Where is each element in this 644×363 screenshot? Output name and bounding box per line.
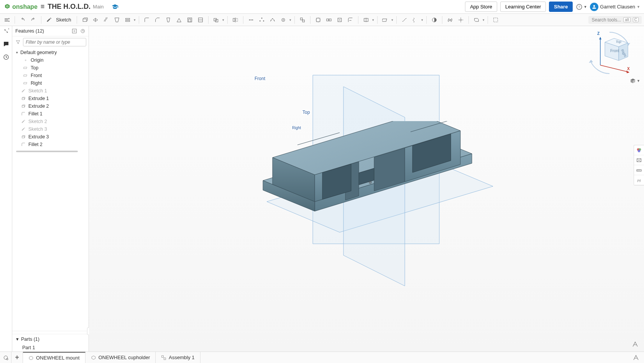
- education-icon[interactable]: [112, 3, 118, 10]
- extrude-icon[interactable]: [80, 15, 89, 25]
- revolve-icon[interactable]: [91, 15, 100, 25]
- history-icon[interactable]: [3, 54, 10, 61]
- tree-feature-5[interactable]: Sketch 3: [12, 125, 89, 133]
- shell-icon[interactable]: [185, 15, 194, 25]
- svg-rect-59: [22, 98, 25, 100]
- document-title[interactable]: THE H.O.L.D.: [48, 3, 90, 11]
- svg-rect-4: [83, 19, 86, 21]
- search-tools[interactable]: Search tools... alt C: [588, 16, 642, 24]
- draft-icon[interactable]: [164, 15, 173, 25]
- filter-icon[interactable]: [15, 39, 21, 45]
- svg-rect-56: [23, 67, 27, 69]
- tab-manager-icon[interactable]: [0, 352, 12, 363]
- selection-icon[interactable]: [491, 15, 500, 25]
- plane-icon[interactable]: [381, 15, 390, 25]
- rollback-icon[interactable]: [80, 28, 85, 34]
- tree-part-1[interactable]: Part 1: [12, 344, 89, 352]
- rib-icon[interactable]: [174, 15, 184, 25]
- tree-top-plane[interactable]: Top: [12, 64, 89, 72]
- learning-center-button[interactable]: Learning Center: [500, 2, 546, 12]
- mass-props-icon[interactable]: [634, 155, 644, 165]
- help-button[interactable]: ? ▼: [576, 3, 587, 10]
- view-cube[interactable]: Front Top Right Z X: [586, 30, 632, 76]
- add-feature-icon[interactable]: +: [3, 28, 10, 34]
- svg-rect-7: [125, 20, 130, 21]
- onshape-logo[interactable]: onshape: [4, 3, 38, 10]
- svg-rect-31: [327, 19, 329, 21]
- linear-pattern-icon[interactable]: [246, 15, 256, 25]
- filter-input[interactable]: [23, 38, 86, 46]
- tree-right-plane[interactable]: Right: [12, 79, 89, 87]
- view-mode-button[interactable]: ▼: [630, 78, 640, 84]
- redo-icon[interactable]: [29, 15, 38, 25]
- section-view-icon[interactable]: [430, 15, 439, 25]
- mate-connector-icon[interactable]: [456, 15, 465, 25]
- rollback-bar[interactable]: [16, 151, 78, 152]
- thicken-icon[interactable]: [123, 15, 132, 25]
- delete-face-icon[interactable]: [335, 15, 344, 25]
- check-icon[interactable]: (x): [634, 175, 644, 185]
- user-name: Garrett Clausen: [600, 4, 635, 10]
- hole-icon[interactable]: [279, 15, 288, 25]
- extrude-icon: [21, 103, 26, 109]
- chamfer-icon[interactable]: [153, 15, 162, 25]
- loft-icon[interactable]: [112, 15, 122, 25]
- units-icon[interactable]: [632, 341, 639, 348]
- comments-icon[interactable]: [3, 41, 10, 48]
- sketch-label[interactable]: Sketch: [56, 17, 71, 23]
- insert-feature-icon[interactable]: [72, 28, 77, 34]
- mirror-icon[interactable]: [231, 15, 240, 25]
- svg-point-20: [261, 18, 262, 19]
- settings-icon[interactable]: [2, 15, 12, 25]
- fillet-icon[interactable]: [142, 15, 151, 25]
- svg-rect-14: [233, 18, 235, 21]
- modify-fillet-icon[interactable]: [346, 15, 355, 25]
- variable-icon[interactable]: (x): [445, 15, 455, 25]
- part-studio-icon: [91, 355, 96, 360]
- svg-rect-8: [187, 18, 192, 22]
- add-tab-icon[interactable]: +: [12, 352, 23, 363]
- boolean-icon[interactable]: [212, 15, 221, 25]
- appearance-icon[interactable]: [634, 145, 644, 155]
- pencil-icon: [21, 119, 26, 124]
- tree-front-plane[interactable]: Front: [12, 72, 89, 79]
- curve-icon[interactable]: [400, 15, 409, 25]
- measure-icon[interactable]: [634, 165, 644, 175]
- move-face-icon[interactable]: [314, 15, 323, 25]
- sheetmetal-icon[interactable]: [472, 15, 481, 25]
- tree-default-geometry[interactable]: ▾Default geometry: [12, 49, 89, 56]
- tree-feature-7[interactable]: Fillet 2: [12, 141, 89, 148]
- hamburger-icon[interactable]: ≡: [41, 3, 45, 11]
- svg-text:+: +: [8, 28, 10, 31]
- tree-feature-4[interactable]: Sketch 2: [12, 118, 89, 125]
- 3d-viewport[interactable]: Front Top Right: [89, 26, 644, 352]
- plane-icon: [23, 65, 28, 71]
- undo-icon[interactable]: [18, 15, 27, 25]
- tree-feature-3[interactable]: Fillet 1: [12, 110, 89, 118]
- sweep-icon[interactable]: [102, 15, 111, 25]
- curve-pattern-icon[interactable]: [268, 15, 277, 25]
- helix-icon[interactable]: [411, 15, 420, 25]
- tree-feature-2[interactable]: Extrude 2: [12, 102, 89, 110]
- parts-header[interactable]: ▾Parts (1): [12, 334, 89, 344]
- split-icon[interactable]: [361, 15, 371, 25]
- tree-feature-1[interactable]: Extrude 1: [12, 95, 89, 102]
- tree-origin[interactable]: ◦Origin: [12, 56, 89, 64]
- app-store-button[interactable]: App Store: [465, 2, 497, 12]
- tab-onewheel-mount[interactable]: ONEWHEEL mount: [23, 352, 85, 363]
- tree-feature-6[interactable]: Extrude 3: [12, 133, 89, 141]
- branch-label[interactable]: Main: [93, 4, 104, 10]
- tree-feature-0[interactable]: Sketch 1: [12, 87, 89, 95]
- replace-face-icon[interactable]: [324, 15, 334, 25]
- sketch-icon[interactable]: [44, 15, 54, 25]
- plane-icon: [23, 73, 28, 78]
- transform-icon[interactable]: [298, 15, 307, 25]
- features-label: Features (12): [15, 28, 44, 34]
- circular-pattern-icon[interactable]: [257, 15, 266, 25]
- share-button[interactable]: Share: [549, 2, 573, 12]
- units-footer-icon[interactable]: [632, 354, 644, 361]
- wrap-icon[interactable]: [196, 15, 205, 25]
- user-menu[interactable]: Garrett Clausen ▼: [590, 3, 640, 11]
- tab-onewheel-cupholder[interactable]: ONEWHEEL cupholder: [85, 352, 156, 363]
- tab-assembly-1[interactable]: Assembly 1: [156, 352, 200, 363]
